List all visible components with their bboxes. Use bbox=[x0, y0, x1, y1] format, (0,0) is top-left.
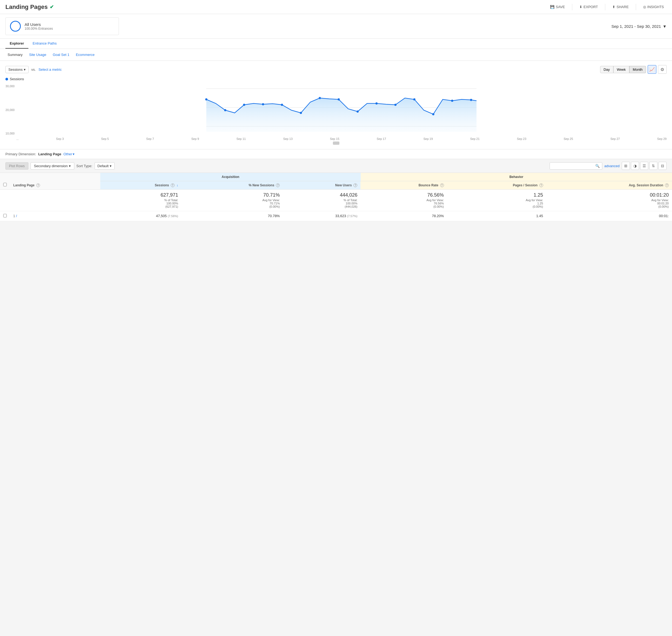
svg-point-10 bbox=[338, 98, 340, 100]
svg-point-13 bbox=[395, 104, 397, 106]
month-button[interactable]: Month bbox=[629, 66, 646, 73]
checkbox-header bbox=[0, 173, 10, 190]
row1-checkbox[interactable] bbox=[3, 214, 7, 217]
export-button[interactable]: ⬇ EXPORT bbox=[577, 3, 601, 11]
subtab-goal-set[interactable]: Goal Set 1 bbox=[51, 52, 71, 58]
row1-number: 1 bbox=[13, 214, 15, 218]
landing-page-help-icon[interactable]: ? bbox=[36, 183, 40, 187]
search-input[interactable] bbox=[550, 163, 593, 169]
svg-point-3 bbox=[205, 98, 208, 100]
subtab-summary[interactable]: Summary bbox=[5, 52, 25, 58]
advanced-link[interactable]: advanced bbox=[604, 164, 619, 168]
svg-point-15 bbox=[432, 113, 435, 115]
date-range-label: Sep 1, 2021 - Sep 30, 2021 bbox=[612, 24, 661, 28]
totals-label-cell bbox=[10, 190, 100, 211]
sessions-legend-dot bbox=[5, 78, 8, 80]
sessions-chart bbox=[16, 83, 667, 137]
search-button[interactable]: 🔍 bbox=[593, 163, 602, 169]
pie-view-button[interactable]: ◑ bbox=[631, 162, 639, 170]
select-metric-link[interactable]: Select a metric bbox=[38, 67, 62, 72]
totals-pct-new-value: 70.71% bbox=[185, 192, 280, 198]
column-group-row: Landing Page ? Acquisition Behavior bbox=[0, 173, 672, 181]
x-label-sep15: Sep 15 bbox=[330, 137, 339, 140]
y-axis: 30,000 20,000 10,000 bbox=[5, 83, 16, 140]
list-view-button[interactable]: ☰ bbox=[640, 162, 648, 170]
svg-point-8 bbox=[300, 112, 302, 114]
new-users-help-icon[interactable]: ? bbox=[353, 183, 357, 187]
segment-subtitle: 100.00% Entrances bbox=[24, 27, 53, 31]
scroll-handle-icon[interactable] bbox=[333, 141, 339, 145]
pct-new-sessions-header: % New Sessions ? bbox=[181, 181, 283, 190]
chart-right-controls: Day Week Month 📈 ⚙ bbox=[600, 65, 667, 74]
week-button[interactable]: Week bbox=[613, 66, 629, 73]
metric-selector[interactable]: Sessions ▾ bbox=[5, 66, 28, 73]
chart-scroll-handle[interactable] bbox=[5, 141, 667, 145]
avg-help-icon[interactable]: ? bbox=[665, 183, 669, 187]
subtab-site-usage[interactable]: Site Usage bbox=[27, 52, 49, 58]
table-controls: Plot Rows Secondary dimension ▾ Sort Typ… bbox=[0, 159, 672, 173]
row1-duration-cell: 00:01: bbox=[546, 211, 672, 221]
row1-sessions-pct: (7.56%) bbox=[168, 215, 178, 218]
other-dimension-selector[interactable]: Other ▾ bbox=[63, 152, 75, 156]
sort-type-select[interactable]: Default ▾ bbox=[95, 162, 115, 170]
primary-dimension-value: Landing Page bbox=[38, 152, 61, 156]
share-button[interactable]: ⬆ SHARE bbox=[610, 3, 632, 11]
dropdown-arrow-icon: ▾ bbox=[24, 67, 26, 72]
x-label-sep11: Sep 11 bbox=[236, 137, 246, 140]
day-button[interactable]: Day bbox=[600, 66, 613, 73]
row1-pages-cell: 1.45 bbox=[447, 211, 546, 221]
row1-page-cell: 1 / bbox=[10, 211, 100, 221]
sessions-help-icon[interactable]: ? bbox=[171, 183, 175, 187]
line-chart-button[interactable]: 📈 bbox=[648, 65, 656, 74]
svg-point-12 bbox=[376, 102, 378, 104]
new-users-header: New Users ? bbox=[283, 181, 361, 190]
plot-rows-button[interactable]: Plot Rows bbox=[5, 162, 28, 170]
pivot-view-button[interactable]: ⊟ bbox=[658, 162, 667, 170]
save-icon: 💾 bbox=[550, 5, 555, 9]
compare-icon: ⇅ bbox=[652, 164, 655, 168]
avg-session-header: Avg. Session Duration ? bbox=[546, 181, 672, 190]
list-icon: ☰ bbox=[642, 164, 646, 168]
chevron-down-icon-sort: ▾ bbox=[110, 164, 112, 168]
separator-2 bbox=[605, 4, 605, 10]
row1-page-link[interactable]: / bbox=[16, 214, 17, 218]
subtab-ecommerce[interactable]: Ecommerce bbox=[74, 52, 97, 58]
date-range-selector[interactable]: Sep 1, 2021 - Sep 30, 2021 ▼ bbox=[612, 24, 667, 28]
totals-duration-value: 00:01:20 bbox=[550, 192, 669, 198]
other-label: Other bbox=[63, 152, 72, 156]
totals-pages-cell: 1.25 Avg for View: 1.25 (0.00%) bbox=[447, 190, 546, 211]
chart-section: Sessions ▾ vs. Select a metric Day Week … bbox=[0, 61, 672, 149]
pages-help-icon[interactable]: ? bbox=[539, 183, 543, 187]
x-label-sep17: Sep 17 bbox=[377, 137, 386, 140]
tab-explorer[interactable]: Explorer bbox=[5, 39, 28, 48]
main-tabs: Explorer Entrance Paths bbox=[0, 39, 672, 49]
column-headers-row: Sessions ? ↓ % New Sessions ? New Users … bbox=[0, 181, 672, 190]
x-label-sep23: Sep 23 bbox=[517, 137, 526, 140]
totals-new-users-cell: 444,026 % of Total: 100.00% (444,026) bbox=[283, 190, 361, 211]
save-button[interactable]: 💾 SAVE bbox=[548, 3, 568, 11]
totals-sessions-cell: 627,971 % of Total: 100.00% (627,971) bbox=[100, 190, 181, 211]
segment-section: All Users 100.00% Entrances Sep 1, 2021 … bbox=[0, 14, 672, 39]
secondary-dimension-button[interactable]: Secondary dimension ▾ bbox=[31, 162, 74, 170]
chevron-down-icon-dim: ▾ bbox=[73, 152, 75, 156]
page-title: Landing Pages bbox=[5, 3, 47, 11]
totals-checkbox-cell bbox=[0, 190, 10, 211]
bounce-help-icon[interactable]: ? bbox=[440, 183, 444, 187]
pie-icon: ◑ bbox=[633, 164, 637, 168]
totals-pct-new-cell: 70.71% Avg for View: 70.71% (0.00%) bbox=[181, 190, 283, 211]
x-label-sep25: Sep 25 bbox=[564, 137, 573, 140]
totals-sessions-sub1: % of Total: 100.00% (627,971) bbox=[103, 199, 178, 208]
select-all-checkbox[interactable] bbox=[3, 183, 7, 186]
tab-entrance-paths[interactable]: Entrance Paths bbox=[28, 39, 61, 48]
svg-point-17 bbox=[470, 99, 472, 101]
totals-new-users-sub: % of Total: 100.00% (444,026) bbox=[286, 199, 357, 208]
chevron-down-icon: ▼ bbox=[663, 24, 667, 28]
x-label-sep7: Sep 7 bbox=[146, 137, 154, 140]
compare-view-button[interactable]: ⇅ bbox=[649, 162, 657, 170]
insights-button[interactable]: ◎ INSIGHTS bbox=[640, 3, 667, 11]
pct-new-help-icon[interactable]: ? bbox=[276, 183, 280, 187]
grid-view-button[interactable]: ⊞ bbox=[622, 162, 630, 170]
chart-left-controls: Sessions ▾ vs. Select a metric bbox=[5, 66, 62, 73]
scatter-chart-button[interactable]: ⚙ bbox=[658, 65, 667, 74]
x-label-sep9: Sep 9 bbox=[191, 137, 199, 140]
